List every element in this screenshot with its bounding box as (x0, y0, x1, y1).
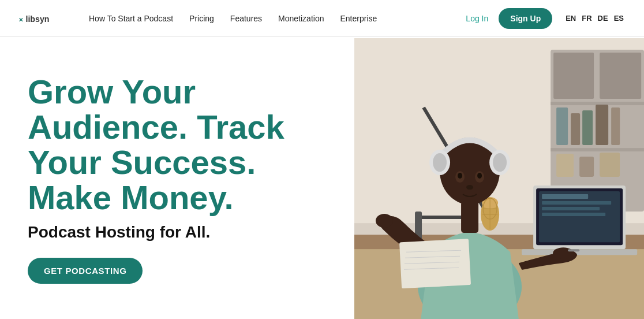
hero-headline: Grow Your Audience. Track Your Success. … (28, 75, 327, 216)
svg-rect-14 (556, 154, 574, 177)
lang-de[interactable]: DE (596, 13, 610, 24)
svg-rect-25 (542, 213, 605, 216)
svg-rect-23 (542, 201, 611, 205)
hero-subheadline: Podcast Hosting for All. (28, 222, 327, 242)
nav-link-features[interactable]: Features (224, 9, 268, 28)
navbar-links: How To Start a Podcast Pricing Features … (83, 9, 462, 28)
nav-link-enterprise[interactable]: Enterprise (334, 9, 383, 28)
svg-rect-16 (600, 153, 620, 177)
svg-rect-6 (600, 53, 641, 99)
svg-rect-15 (579, 157, 594, 177)
svg-rect-13 (611, 107, 620, 145)
lang-fr[interactable]: FR (580, 13, 593, 24)
nav-link-monetization[interactable]: Monetization (272, 9, 330, 28)
svg-point-42 (466, 185, 473, 190)
svg-point-40 (458, 173, 462, 179)
svg-text:✕: ✕ (18, 17, 23, 23)
svg-rect-21 (539, 191, 620, 242)
svg-rect-50 (568, 249, 579, 251)
lang-en[interactable]: EN (564, 13, 578, 24)
svg-point-47 (493, 153, 507, 172)
log-in-link[interactable]: Log In (462, 9, 492, 28)
navbar: ✕ libsyn How To Start a Podcast Pricing … (0, 0, 644, 37)
libsyn-logo-svg: ✕ libsyn (18, 10, 65, 27)
svg-rect-24 (542, 207, 600, 210)
svg-rect-12 (596, 105, 608, 145)
hero-scene-svg (354, 37, 644, 319)
svg-point-41 (477, 173, 482, 179)
get-podcasting-button[interactable]: GET PODCASTING (28, 258, 143, 284)
svg-rect-9 (556, 107, 568, 145)
svg-rect-5 (553, 53, 594, 99)
svg-rect-22 (542, 194, 588, 199)
sign-up-button[interactable]: Sign Up (499, 8, 552, 29)
svg-rect-11 (582, 110, 593, 145)
lang-es[interactable]: ES (612, 13, 626, 24)
svg-rect-26 (522, 249, 637, 255)
svg-point-45 (433, 153, 447, 172)
hero-section: Grow Your Audience. Track Your Success. … (0, 37, 644, 319)
logo[interactable]: ✕ libsyn (18, 10, 65, 27)
hero-left: Grow Your Audience. Track Your Success. … (0, 37, 354, 319)
svg-point-48 (376, 214, 393, 228)
nav-link-how-to-start[interactable]: How To Start a Podcast (83, 9, 179, 28)
svg-rect-8 (551, 148, 644, 151)
language-switcher: EN FR DE ES (564, 13, 626, 24)
svg-rect-43 (461, 201, 478, 233)
svg-rect-10 (571, 113, 580, 145)
navbar-actions: Log In Sign Up EN FR DE ES (462, 8, 626, 29)
hero-image (354, 37, 644, 319)
nav-link-pricing[interactable]: Pricing (184, 9, 220, 28)
svg-text:libsyn: libsyn (25, 14, 49, 24)
